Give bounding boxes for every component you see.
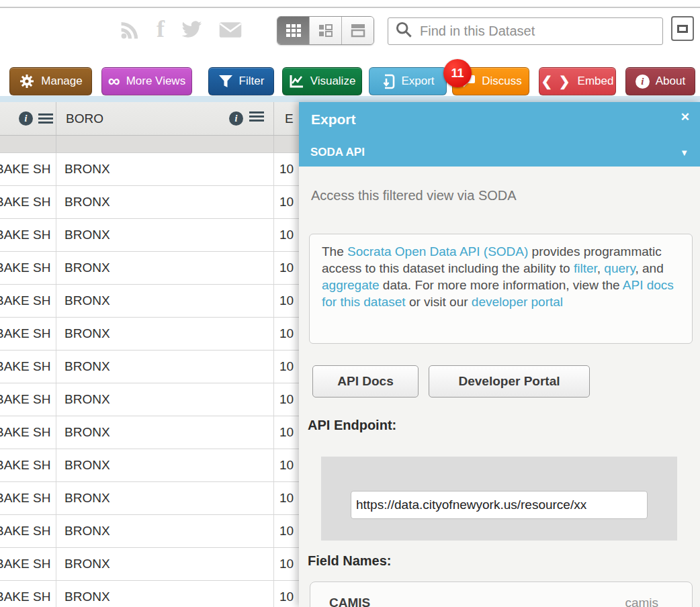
soda-api-section-toggle[interactable]: SODA API ▼: [299, 138, 700, 167]
more-views-label: More Views: [126, 75, 186, 88]
soda-link[interactable]: filter: [574, 261, 597, 275]
soda-link[interactable]: developer portal: [472, 295, 563, 309]
discuss-label: Discuss: [482, 75, 522, 88]
soda-text: data. For more more information, view th…: [380, 278, 623, 292]
soda-text: or visit our: [406, 295, 472, 309]
table-cell-dba: BAKE SH: [0, 219, 56, 251]
api-endpoint-input[interactable]: [351, 491, 648, 519]
filter-label: Filter: [239, 75, 265, 88]
api-endpoint-heading: API Endpoint:: [308, 418, 396, 433]
gear-icon: [19, 73, 35, 89]
table-cell-dba: BAKE SH: [0, 153, 56, 185]
manage-label: Manage: [41, 75, 82, 88]
manage-button[interactable]: Manage: [9, 67, 92, 95]
socrata-dataset-page: f Manage ∞ More Views: [0, 0, 700, 607]
info-icon[interactable]: i: [229, 111, 243, 126]
table-cell-dba: BAKE SH: [0, 383, 56, 416]
field-names-heading: Field Names:: [308, 553, 391, 569]
field-api-name: camis: [625, 596, 658, 607]
export-panel-header: Export ✕ SODA API ▼: [299, 102, 700, 167]
table-cell-boro: BRONX: [56, 383, 274, 416]
view-mode-switcher: [277, 16, 374, 45]
table-cell-boro: BRONX: [56, 449, 274, 481]
table-cell-boro: BRONX: [56, 153, 274, 185]
table-cell-boro: BRONX: [56, 351, 274, 383]
info-icon: i: [636, 75, 650, 89]
table-cell-boro: BRONX: [56, 581, 274, 607]
table-cell-boro: BRONX: [56, 416, 274, 449]
field-display-name: CAMIS: [329, 596, 370, 607]
soda-api-label: SODA API: [310, 146, 365, 159]
table-cell-dba: BAKE SH: [0, 318, 56, 350]
table-cell-dba: BAKE SH: [0, 351, 56, 383]
soda-intro-text: Access this filtered view via SODA: [311, 188, 517, 203]
toolbar-bottom-strip: [0, 96, 700, 102]
about-button[interactable]: i About: [625, 67, 695, 95]
subheader-cell: [0, 136, 56, 152]
chevron-down-icon: ▼: [680, 148, 689, 158]
rss-icon[interactable]: [120, 19, 140, 40]
column-menu-icon[interactable]: [249, 111, 264, 122]
soda-description-box: The Socrata Open Data API (SODA) provide…: [309, 234, 693, 344]
more-views-button[interactable]: ∞ More Views: [101, 67, 192, 95]
visualize-button[interactable]: Visualize: [282, 67, 362, 95]
table-cell-dba: BAKE SH: [0, 285, 56, 317]
table-cell-boro: BRONX: [56, 548, 274, 580]
table-cell-dba: BAKE SH: [0, 186, 56, 218]
table-cell-dba: BAKE SH: [0, 252, 56, 284]
table-cell-boro: BRONX: [56, 318, 274, 350]
chart-icon: [289, 74, 304, 89]
table-cell-boro: BRONX: [56, 219, 274, 251]
table-cell-dba: BAKE SH: [0, 581, 56, 607]
top-divider: [0, 7, 700, 8]
embed-button[interactable]: ❮ ❯ Embed: [539, 67, 616, 95]
soda-text: The: [322, 244, 347, 259]
table-cell-dba: BAKE SH: [0, 515, 56, 547]
email-icon[interactable]: [219, 21, 242, 38]
export-icon: [381, 74, 395, 89]
code-brackets-icon: ❮ ❯: [541, 73, 572, 89]
table-cell-boro: BRONX: [56, 482, 274, 514]
soda-link[interactable]: query: [604, 261, 635, 275]
export-label: Export: [401, 75, 434, 88]
field-row: CAMIS camis: [329, 596, 673, 607]
api-docs-button[interactable]: API Docs: [312, 365, 419, 398]
column-label: BORO: [66, 111, 103, 126]
table-cell-dba: BAKE SH: [0, 548, 56, 580]
column-header-boro[interactable]: BORO i: [56, 102, 274, 135]
rich-list-view-button[interactable]: [310, 17, 342, 44]
fullscreen-button[interactable]: [671, 16, 694, 41]
table-cell-boro: BRONX: [56, 252, 274, 284]
table-cell-boro: BRONX: [56, 186, 274, 218]
close-icon[interactable]: ✕: [681, 110, 690, 124]
table-cell-dba: BAKE SH: [0, 449, 56, 481]
field-names-box: CAMIS camis: [310, 581, 693, 607]
share-toolbar: f: [120, 17, 242, 40]
binoculars-icon: ∞: [108, 74, 120, 87]
filter-button[interactable]: Filter: [208, 67, 274, 95]
visualize-label: Visualize: [310, 75, 356, 88]
facebook-icon[interactable]: f: [157, 17, 165, 40]
api-endpoint-box: [321, 457, 677, 541]
column-header-dba[interactable]: i: [0, 102, 56, 135]
search-input[interactable]: [420, 24, 656, 39]
soda-text: , and: [635, 261, 663, 275]
table-cell-dba: BAKE SH: [0, 416, 56, 449]
soda-link[interactable]: Socrata Open Data API (SODA): [347, 244, 528, 259]
column-label: E: [285, 111, 294, 126]
table-cell-boro: BRONX: [56, 515, 274, 547]
grid-view-button[interactable]: [277, 17, 310, 44]
twitter-icon[interactable]: [181, 21, 203, 39]
find-in-dataset-search: [388, 17, 663, 45]
soda-link[interactable]: aggregate: [322, 278, 380, 292]
developer-portal-button[interactable]: Developer Portal: [429, 365, 590, 398]
table-cell-dba: BAKE SH: [0, 482, 56, 514]
fullscreen-icon: [677, 25, 688, 33]
column-menu-icon[interactable]: [38, 113, 53, 124]
embed-label: Embed: [578, 75, 614, 88]
discuss-count-badge: 11: [443, 59, 472, 87]
info-icon[interactable]: i: [19, 111, 33, 126]
export-button[interactable]: Export: [369, 67, 447, 95]
search-icon: [395, 21, 413, 42]
page-view-button[interactable]: [342, 17, 374, 44]
